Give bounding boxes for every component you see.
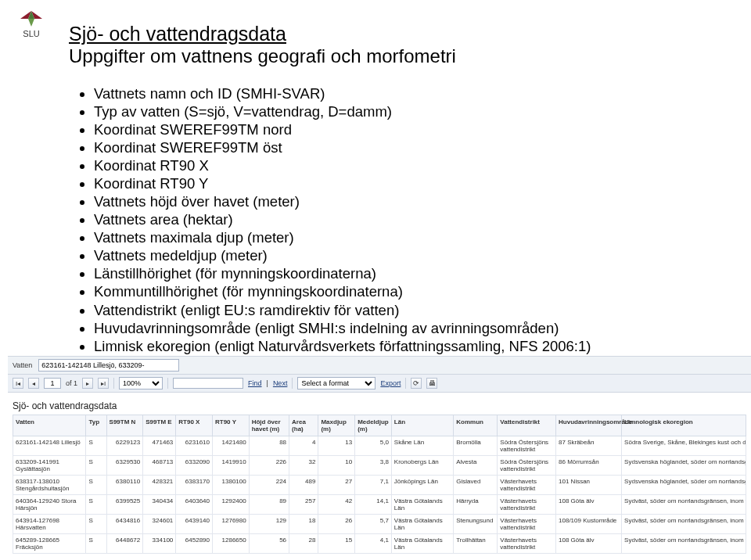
table-cell: 1421480 bbox=[213, 436, 250, 456]
format-select[interactable]: Select a format bbox=[297, 377, 376, 389]
table-cell: Kronobergs Län bbox=[391, 456, 453, 476]
table-cell: 6434816 bbox=[106, 515, 143, 534]
next-page-button[interactable]: ▸ bbox=[82, 378, 93, 389]
table-cell: 27 bbox=[318, 476, 355, 495]
bullet-item: Koordinat SWEREF99TM nord bbox=[94, 121, 735, 139]
table-cell: Södra Östersjöns vattendistrikt bbox=[498, 456, 556, 476]
table-cell: 6399525 bbox=[106, 495, 143, 515]
table-row: 643914-127698 HärsvattenS643481632460164… bbox=[13, 515, 746, 534]
table-cell: 1292400 bbox=[213, 495, 250, 515]
table-cell: 129 bbox=[249, 515, 289, 534]
column-header: Maxdjup (m) bbox=[318, 415, 355, 436]
table-row: 623161-142148 LillesjöS62291234714636231… bbox=[13, 436, 746, 456]
bullet-item: Typ av vatten (S=sjö, V=vattendrag, D=da… bbox=[94, 103, 735, 121]
bullet-item: Kommuntillhörighet (för mynningskoordina… bbox=[94, 283, 735, 301]
bullet-item: Huvudavrinningsområde (enligt SMHI:s ind… bbox=[94, 320, 735, 338]
table-cell: 4 bbox=[289, 436, 318, 456]
table-cell: Västerhavets vattendistrikt bbox=[498, 476, 556, 495]
table-cell: Västerhavets vattendistrikt bbox=[498, 495, 556, 515]
bullet-item: Koordinat RT90 X bbox=[94, 157, 735, 175]
last-page-button[interactable]: ▸I bbox=[98, 378, 109, 389]
table-cell: 6329530 bbox=[106, 456, 143, 476]
zoom-select[interactable]: 100% bbox=[119, 377, 163, 389]
filter-row: Vatten bbox=[8, 356, 751, 375]
table-cell: 108/109 Kustområde bbox=[556, 515, 622, 534]
table-cell: 1419910 bbox=[213, 456, 250, 476]
bullet-list: Vattnets namn och ID (SMHI-SVAR)Typ av v… bbox=[69, 85, 735, 355]
export-link[interactable]: Export bbox=[380, 379, 401, 387]
next-link[interactable]: Next bbox=[273, 379, 288, 387]
table-cell: Sydsvenska höglandet, söder om norrlands… bbox=[622, 476, 746, 495]
column-header: Medeldjup (m) bbox=[355, 415, 392, 436]
table-cell: 6439140 bbox=[176, 515, 213, 534]
table-cell: 6229123 bbox=[106, 436, 143, 456]
column-header: RT90 Y bbox=[213, 415, 250, 436]
first-page-button[interactable]: I◂ bbox=[13, 378, 23, 389]
bullet-item: Vattnets medeldjup (meter) bbox=[94, 247, 735, 265]
table-cell: 108 Göta älv bbox=[556, 534, 622, 554]
filter-input[interactable] bbox=[38, 359, 179, 372]
table-cell: 645289-128665 Fräcksjön bbox=[13, 534, 86, 554]
table-cell: 13 bbox=[318, 436, 355, 456]
column-header: Vatten bbox=[13, 415, 86, 436]
bullet-item: Vattendistrikt (enligt EU:s ramdirektiv … bbox=[94, 302, 735, 320]
table-cell: 88 bbox=[249, 436, 289, 456]
table-cell: 334100 bbox=[143, 534, 176, 554]
table-cell: 18 bbox=[289, 515, 318, 534]
table-cell: 14,1 bbox=[355, 495, 392, 515]
table-cell: 89 bbox=[249, 495, 289, 515]
table-cell: Bromölla bbox=[454, 436, 498, 456]
column-header: S99TM E bbox=[143, 415, 176, 436]
data-table: VattenTypS99TM NS99TM ERT90 XRT90 YHöjd … bbox=[13, 415, 746, 554]
column-header: Höjd över havet (m) bbox=[249, 415, 289, 436]
table-cell: 10 bbox=[318, 456, 355, 476]
column-header: Limnologisk ekoregion bbox=[622, 415, 746, 436]
find-input[interactable] bbox=[173, 378, 243, 389]
bullet-item: Limnisk ekoregion (enligt Naturvårdsverk… bbox=[94, 338, 735, 356]
table-cell: 623161-142148 Lillesjö bbox=[13, 436, 86, 456]
table-cell: 6383170 bbox=[176, 476, 213, 495]
table-cell: S bbox=[86, 456, 106, 476]
table-cell: 6403640 bbox=[176, 495, 213, 515]
table-cell: Västra Götalands Län bbox=[391, 495, 453, 515]
page-of-label: of 1 bbox=[66, 379, 77, 387]
table-cell: Jönköpings Län bbox=[391, 476, 453, 495]
column-header: Typ bbox=[86, 415, 106, 436]
table-cell: Sydväst, söder om norrlandsgränsen, inom… bbox=[622, 495, 746, 515]
table-cell: 1380100 bbox=[213, 476, 250, 495]
table-cell: 428321 bbox=[143, 476, 176, 495]
table-cell: Trollhättan bbox=[454, 534, 498, 554]
table-cell: 32 bbox=[289, 456, 318, 476]
table-cell: Västra Götalands Län bbox=[391, 515, 453, 534]
column-header: Kommun bbox=[454, 415, 498, 436]
table-cell: 257 bbox=[289, 495, 318, 515]
bullet-item: Vattnets maximala djup (meter) bbox=[94, 229, 735, 247]
column-header: Län bbox=[391, 415, 453, 436]
table-cell: 224 bbox=[249, 476, 289, 495]
table-cell: 226 bbox=[249, 456, 289, 476]
table-cell: 1286650 bbox=[213, 534, 250, 554]
print-icon[interactable]: 🖶 bbox=[426, 378, 437, 389]
table-cell: 6448672 bbox=[106, 534, 143, 554]
find-link[interactable]: Find bbox=[248, 379, 262, 387]
prev-page-button[interactable]: ◂ bbox=[28, 378, 39, 389]
table-cell: 638317-138010 Stengårdshultasjön bbox=[13, 476, 86, 495]
column-header: Vattendistrikt bbox=[498, 415, 556, 436]
table-cell: Sydsvenska höglandet, söder om norrlands… bbox=[622, 456, 746, 476]
page-input[interactable] bbox=[44, 378, 61, 389]
table-cell: 6332090 bbox=[176, 456, 213, 476]
svg-text:SLU: SLU bbox=[23, 29, 39, 38]
column-header: Area (ha) bbox=[289, 415, 318, 436]
table-cell: 6452890 bbox=[176, 534, 213, 554]
table-cell: Västra Götalands Län bbox=[391, 534, 453, 554]
table-cell: Södra Sverige, Skåne, Blekinges kust och… bbox=[622, 436, 746, 456]
refresh-icon[interactable]: ⟳ bbox=[411, 378, 422, 389]
table-cell: 56 bbox=[249, 534, 289, 554]
table-cell: 471463 bbox=[143, 436, 176, 456]
page-subtitle: Uppgifter om vattnens geografi och morfo… bbox=[69, 45, 735, 68]
bullet-item: Vattnets höjd över havet (meter) bbox=[94, 193, 735, 211]
table-cell: S bbox=[86, 476, 106, 495]
table-cell: 633209-141991 Gyslättasjön bbox=[13, 456, 86, 476]
table-cell: 6231610 bbox=[176, 436, 213, 456]
table-cell: 108 Göta älv bbox=[556, 495, 622, 515]
